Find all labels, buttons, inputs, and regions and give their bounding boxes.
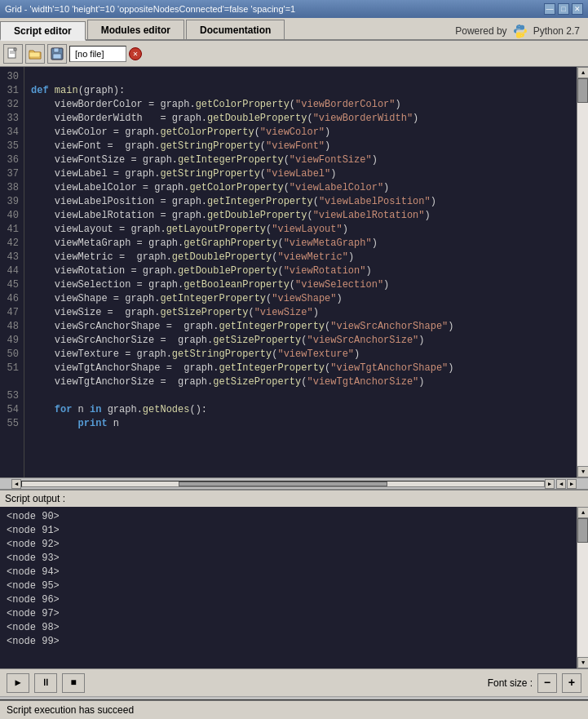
save-file-icon [51,47,64,60]
scroll-thumb-h[interactable] [179,482,387,486]
python-logo-icon [512,23,528,39]
increase-font-button[interactable]: + [562,673,581,693]
output-scrollbar: ▲ ▼ [577,507,588,668]
output-wrapper: <node 90> <node 91> <node 92> <node 93> … [0,507,588,668]
output-scroll-thumb[interactable] [577,518,588,543]
tab-script-editor[interactable]: Script editor [0,21,86,41]
save-file-button[interactable] [47,44,67,64]
scroll-down-button[interactable]: ▼ [577,466,588,477]
scroll-left-alt-button[interactable]: ◀ [556,479,566,489]
pause-button[interactable]: ⏸ [34,673,57,693]
code-scrollbar: ▲ ▼ [577,67,588,477]
horizontal-scrollbar: ◀ ▶ ◀ ▶ [0,477,588,489]
scroll-right-alt-button[interactable]: ▶ [567,479,577,489]
scroll-right-button[interactable]: ▶ [545,479,555,489]
line-numbers: 30 31 32 33 34 35 36 37 38 39 40 41 42 4… [0,67,24,477]
tab-modules-editor[interactable]: Modules editor [87,20,184,39]
close-button[interactable]: ✕ [572,3,583,15]
title-bar-buttons: — □ ✕ [544,3,583,15]
code-content[interactable]: def main(graph): viewBorderColor = graph… [24,67,577,477]
open-file-icon [29,47,42,60]
decrease-font-button[interactable]: − [537,673,557,693]
output-scroll-down-button[interactable]: ▼ [577,657,588,668]
scroll-track-h[interactable] [21,481,545,487]
open-file-button[interactable] [25,44,45,64]
powered-by-text: Powered by [455,25,506,37]
toolbar: [no file] ✕ [0,41,588,67]
file-label: [no file] [69,46,126,62]
tab-bar: Script editor Modules editor Documentati… [0,18,588,41]
scroll-thumb[interactable] [577,78,588,103]
status-message: Script execution has succeed [7,704,134,716]
new-file-icon [7,47,20,60]
output-text[interactable]: <node 90> <node 91> <node 92> <node 93> … [0,507,577,668]
svg-rect-5 [53,54,61,59]
minimize-button[interactable]: — [544,3,555,15]
python-version: Python 2.7 [533,25,580,37]
editor-container: 30 31 32 33 34 35 36 37 38 39 40 41 42 4… [0,67,588,489]
window-title: Grid - 'width'=10 'height'=10 'oppositeN… [5,4,295,14]
play-button[interactable]: ▶ [7,673,29,693]
stop-button[interactable]: ■ [62,673,85,693]
status-bar: Script execution has succeed [0,699,588,719]
output-label: Script output : [0,490,588,507]
output-section: Script output : <node 90> <node 91> <nod… [0,489,588,668]
scroll-up-button[interactable]: ▲ [577,67,588,78]
bottom-bar: ▶ ⏸ ■ Font size : − + [0,668,588,696]
svg-rect-4 [54,48,59,52]
title-bar-title: Grid - 'width'=10 'height'=10 'oppositeN… [5,4,295,14]
title-bar: Grid - 'width'=10 'height'=10 'oppositeN… [0,0,588,18]
maximize-button[interactable]: □ [558,3,569,15]
new-file-button[interactable] [3,44,23,64]
powered-by-section: Powered by Python 2.7 [455,23,588,39]
code-area: 30 31 32 33 34 35 36 37 38 39 40 41 42 4… [0,67,588,477]
tab-documentation[interactable]: Documentation [186,20,285,39]
scroll-track[interactable] [577,78,588,466]
output-scroll-up-button[interactable]: ▲ [577,507,588,518]
font-size-label: Font size : [488,677,533,689]
close-file-button[interactable]: ✕ [129,47,142,60]
output-scroll-track[interactable] [577,518,588,657]
scroll-left-button[interactable]: ◀ [11,479,21,489]
